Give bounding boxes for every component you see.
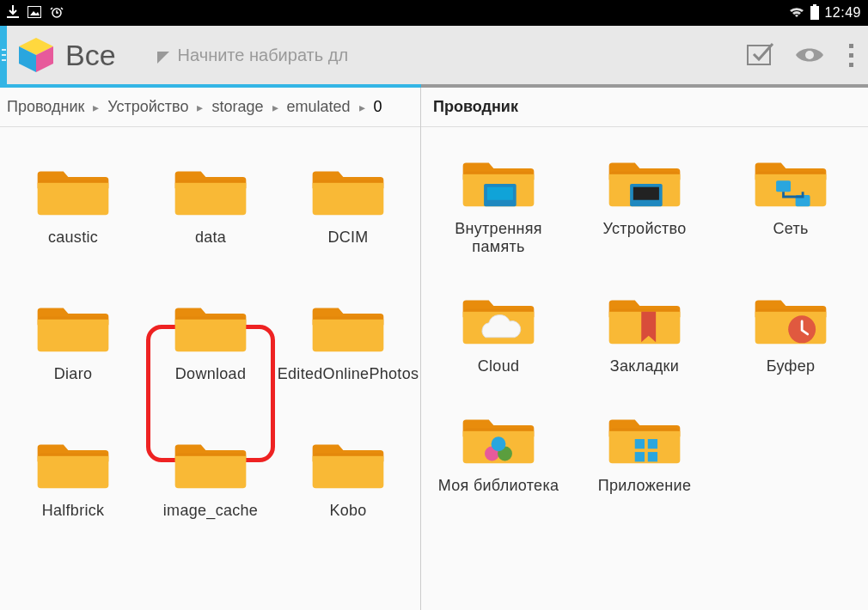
folder-item[interactable]: DCIM <box>284 162 413 247</box>
folder-icon <box>752 153 829 213</box>
folder-label: Моя библиотека <box>438 477 559 495</box>
folder-label: Cloud <box>478 357 520 375</box>
folder-label: Закладки <box>610 357 679 375</box>
folder-label: Устройство <box>602 220 686 238</box>
folder-icon <box>309 435 387 495</box>
folder-label: Приложение <box>598 477 692 495</box>
crumb[interactable]: storage <box>211 98 263 116</box>
app-logo[interactable] <box>7 26 65 84</box>
clock-time: 12:49 <box>824 5 861 21</box>
explorer-item[interactable]: Буфер <box>726 290 855 375</box>
explorer-title: Проводник <box>421 88 868 127</box>
folder-label: DCIM <box>327 229 368 247</box>
folder-icon <box>309 298 387 358</box>
folder-icon <box>606 153 683 213</box>
folder-item[interactable]: Diaro <box>9 298 138 383</box>
gallery-icon <box>28 6 41 21</box>
crumb[interactable]: Проводник <box>7 98 84 116</box>
svg-rect-3 <box>7 16 19 18</box>
folder-icon <box>34 435 112 495</box>
overflow-menu[interactable] <box>834 31 868 79</box>
drawer-handle[interactable] <box>0 26 7 84</box>
svg-rect-15 <box>633 187 659 200</box>
svg-marker-9 <box>157 52 169 64</box>
folder-label: Kobo <box>329 502 366 520</box>
folder-icon <box>172 435 249 495</box>
folder-icon <box>34 162 112 222</box>
select-button[interactable] <box>737 31 785 79</box>
folder-icon <box>460 290 537 351</box>
folder-item[interactable]: Halfbrick <box>9 435 138 520</box>
chevron-right-icon: ▸ <box>359 101 365 114</box>
dropdown-triangle-icon <box>157 52 169 67</box>
folder-icon <box>606 410 683 470</box>
svg-rect-22 <box>635 439 645 448</box>
pane-current-folder: Проводник ▸ Устройство ▸ storage ▸ emula… <box>0 88 421 610</box>
download-icon <box>7 5 19 21</box>
android-statusbar: 12:49 <box>0 0 868 26</box>
search-input[interactable] <box>178 38 395 72</box>
svg-rect-25 <box>648 452 657 461</box>
folder-item[interactable]: caustic <box>9 162 138 247</box>
pane-explorer: Проводник Внутренняя памятьУстройствоСет… <box>421 88 868 610</box>
wifi-icon <box>788 5 805 21</box>
folder-item[interactable]: Download <box>146 298 275 383</box>
chevron-right-icon: ▸ <box>272 101 278 114</box>
explorer-item[interactable]: Закладки <box>580 290 709 375</box>
chevron-right-icon: ▸ <box>197 101 203 114</box>
svg-rect-8 <box>810 6 819 20</box>
folder-label: Сеть <box>773 220 808 238</box>
folder-label: caustic <box>48 229 98 247</box>
filter-dropdown[interactable]: Все <box>65 39 169 72</box>
svg-marker-5 <box>30 11 40 15</box>
folder-icon <box>606 290 683 351</box>
folder-item[interactable]: data <box>146 162 275 247</box>
svg-rect-16 <box>776 180 791 192</box>
folder-label: Внутренняя память <box>434 220 563 256</box>
folder-icon <box>34 298 112 358</box>
app-toolbar: Все <box>0 26 868 88</box>
folder-label: data <box>195 229 226 247</box>
breadcrumb[interactable]: Проводник ▸ Устройство ▸ storage ▸ emula… <box>0 88 420 127</box>
filter-label: Все <box>65 39 116 72</box>
folder-icon <box>460 410 537 470</box>
alarm-icon <box>50 5 64 21</box>
explorer-item[interactable]: Внутренняя память <box>434 153 563 256</box>
visibility-button[interactable] <box>785 31 834 79</box>
svg-rect-7 <box>813 4 816 6</box>
folder-icon <box>752 290 829 351</box>
folder-icon <box>172 298 249 358</box>
folder-label: EditedOnlinePhotos <box>278 365 419 383</box>
folder-grid-left: causticdataDCIMDiaroDownloadEditedOnline… <box>0 127 420 610</box>
folder-item[interactable]: EditedOnlinePhotos <box>284 298 413 383</box>
folder-label: Diaro <box>54 365 93 383</box>
folder-label: image_cache <box>163 502 258 520</box>
explorer-item[interactable]: Сеть <box>726 153 855 256</box>
folder-grid-right: Внутренняя памятьУстройствоСетьCloudЗакл… <box>421 127 868 610</box>
folder-icon <box>460 153 537 213</box>
svg-rect-13 <box>487 187 513 200</box>
crumb-current[interactable]: 0 <box>374 98 382 116</box>
crumb[interactable]: emulated <box>287 98 351 116</box>
battery-icon <box>810 4 819 22</box>
explorer-item[interactable]: Моя библиотека <box>434 410 563 495</box>
folder-label: Halfbrick <box>42 502 105 520</box>
crumb[interactable]: Устройство <box>107 98 188 116</box>
svg-rect-10 <box>748 46 770 64</box>
svg-rect-24 <box>635 452 645 461</box>
folder-icon <box>309 162 387 222</box>
folder-item[interactable]: image_cache <box>146 435 275 520</box>
explorer-item[interactable]: Приложение <box>580 410 709 495</box>
folder-item[interactable]: Kobo <box>284 435 413 520</box>
explorer-item[interactable]: Устройство <box>580 153 709 256</box>
svg-point-21 <box>492 436 506 451</box>
folder-label: Download <box>175 365 246 383</box>
svg-point-11 <box>805 51 814 59</box>
svg-rect-23 <box>648 439 657 448</box>
explorer-item[interactable]: Cloud <box>434 290 563 375</box>
folder-icon <box>172 162 249 222</box>
folder-label: Буфер <box>767 357 816 375</box>
chevron-right-icon: ▸ <box>93 101 99 114</box>
